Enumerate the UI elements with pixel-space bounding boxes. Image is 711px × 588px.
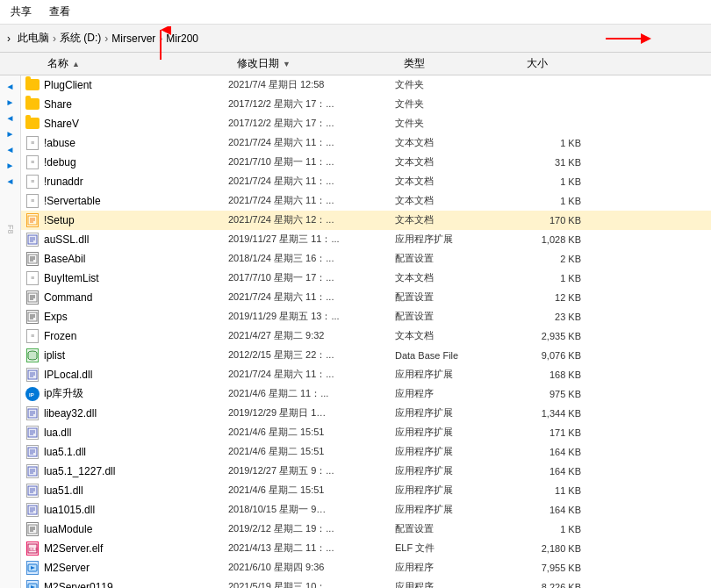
file-date: 2021/7/24 星期六 11：... [228, 368, 395, 381]
dll-icon [26, 233, 39, 247]
file-type: 文本文档 [395, 136, 518, 149]
file-row[interactable]: lua51.dll 2021/4/6 星期二 15:51 应用程序扩展 11 K… [21, 481, 711, 500]
sidebar-arrow-2[interactable]: ► [4, 95, 18, 109]
file-name: lua51.dll [44, 484, 228, 497]
file-type: 文件夹 [395, 78, 518, 91]
file-icon-exe [25, 579, 40, 589]
file-row[interactable]: Frozen 2021/4/27 星期二 9:32 文本文档 2,935 KB [21, 326, 711, 346]
text-file-icon [26, 175, 39, 189]
sidebar-arrow-1[interactable]: ◄ [4, 79, 18, 93]
file-date: 2019/11/27 星期三 11：... [228, 233, 395, 246]
dll-icon [26, 464, 39, 478]
file-row[interactable]: lua5.1_1227.dll 2019/12/27 星期五 9：... 应用程… [21, 462, 711, 481]
addr-pc[interactable]: › [7, 32, 11, 45]
svg-text:IP: IP [29, 392, 34, 398]
sort-up-icon: ▲ [72, 60, 80, 68]
file-size: 170 KB [518, 215, 588, 226]
file-size: 8,226 KB [518, 582, 588, 589]
file-row[interactable]: PlugClient 2021/7/4 星期日 12:58 文件夹 [21, 75, 711, 95]
file-row[interactable]: Exps 2019/11/29 星期五 13：... 配置设置 23 KB [21, 307, 711, 326]
col-header-type: 类型 [404, 56, 527, 71]
file-row[interactable]: !debug 2021/7/10 星期一 11：... 文本文档 31 KB [21, 153, 711, 172]
file-type: 配置设置 [395, 310, 518, 323]
file-size: 12 KB [518, 292, 588, 303]
file-row[interactable]: lua5.1.dll 2021/4/6 星期二 15:51 应用程序扩展 164… [21, 442, 711, 462]
file-name: M2Server [44, 562, 228, 574]
file-type: 应用程序扩展 [395, 503, 518, 516]
file-type: 文本文档 [395, 271, 518, 284]
file-name: !abuse [44, 137, 228, 149]
addr-drive[interactable]: 系统 (D:) [60, 31, 101, 46]
file-row[interactable]: IPLocal.dll 2021/7/24 星期六 11：... 应用程序扩展 … [21, 365, 711, 384]
file-name: IPLocal.dll [44, 369, 228, 381]
file-row[interactable]: luaModule 2019/2/12 星期二 19：... 配置设置 1 KB [21, 520, 711, 539]
file-icon-dll [25, 425, 40, 441]
file-row[interactable]: Command 2021/7/24 星期六 11：... 配置设置 12 KB [21, 288, 711, 307]
file-row[interactable]: M2Server 2021/6/10 星期四 9:36 应用程序 7,955 K… [21, 558, 711, 577]
file-row[interactable]: IP ip库升级 2021/4/6 星期二 11：... 应用程序 975 KB [21, 384, 711, 404]
file-icon-dll [25, 444, 40, 460]
sidebar-arrow-6[interactable]: ► [4, 158, 18, 172]
sidebar-arrow-4[interactable]: ► [4, 126, 18, 140]
addr-pc-label[interactable]: 此电脑 [18, 31, 49, 46]
file-row[interactable]: !Setup 2021/7/24 星期六 12：... 文本文档 170 KB [21, 211, 711, 230]
file-type: 文本文档 [395, 155, 518, 169]
file-list: ◄ ► ◄ ► ◄ ► ◄ F8 PlugClient 2021/7/4 星期日… [0, 75, 711, 588]
file-icon-db [25, 348, 40, 363]
dll-icon [26, 445, 39, 459]
file-icon-cfg [25, 251, 40, 267]
sidebar-arrow-5[interactable]: ◄ [4, 142, 18, 156]
file-row[interactable]: iplist 2012/2/15 星期三 22：... Data Base Fi… [21, 346, 711, 365]
file-row[interactable]: !Servertable 2021/7/24 星期六 11：... 文本文档 1… [21, 191, 711, 211]
file-date: 2017/12/2 星期六 17：... [228, 97, 395, 111]
file-icon-cfg [25, 290, 40, 305]
file-row[interactable]: !runaddr 2021/7/24 星期六 11：... 文本文档 1 KB [21, 172, 711, 191]
file-row[interactable]: lua.dll 2021/4/6 星期二 15:51 应用程序扩展 171 KB [21, 423, 711, 442]
file-row[interactable]: lua1015.dll 2018/10/15 星期一 9… 应用程序扩展 164… [21, 500, 711, 520]
file-name: M2Server0119 [44, 581, 228, 589]
file-row[interactable]: BuyItemList 2017/7/10 星期一 17：... 文本文档 1 … [21, 269, 711, 288]
menu-view[interactable]: 查看 [46, 3, 74, 21]
file-row[interactable]: ShareV 2017/12/2 星期六 17：... 文件夹 [21, 114, 711, 133]
file-row[interactable]: M2Server0119 2021/5/19 星期三 10：... 应用程序 8… [21, 577, 711, 588]
file-size: 168 KB [518, 369, 588, 380]
file-row[interactable]: auSSL.dll 2019/11/27 星期三 11：... 应用程序扩展 1… [21, 230, 711, 249]
file-icon-txt [25, 174, 40, 190]
file-icon-folder [25, 116, 40, 132]
folder-icon [25, 98, 40, 110]
file-date: 2021/7/4 星期日 12:58 [228, 78, 395, 91]
file-row[interactable]: ELF M2Server.elf 2021/4/13 星期二 11：... EL… [21, 539, 711, 558]
col-header-name[interactable]: 名称 ▲ [44, 56, 237, 71]
menu-share[interactable]: 共享 [7, 3, 35, 21]
file-date: 2018/1/24 星期三 16：... [228, 252, 395, 265]
file-name: BaseAbil [44, 253, 228, 265]
file-row[interactable]: Share 2017/12/2 星期六 17：... 文件夹 [21, 95, 711, 114]
file-name: Exps [44, 311, 228, 323]
file-name: BuyItemList [44, 272, 228, 284]
sidebar: ◄ ► ◄ ► ◄ ► ◄ F8 [0, 75, 21, 588]
file-type: 文件夹 [395, 97, 518, 111]
sidebar-arrow-3[interactable]: ◄ [4, 111, 18, 125]
sort-down-icon: ▼ [283, 60, 291, 68]
file-date: 2021/7/24 星期六 12：... [228, 213, 395, 226]
file-row[interactable]: BaseAbil 2018/1/24 星期三 16：... 配置设置 2 KB [21, 249, 711, 269]
col-header-date[interactable]: 修改日期 ▼ [237, 56, 404, 71]
dll-icon [26, 368, 39, 382]
config-icon [26, 522, 39, 536]
file-size: 1 KB [518, 524, 588, 534]
file-row[interactable]: !abuse 2021/7/24 星期六 11：... 文本文档 1 KB [21, 133, 711, 153]
file-date: 2021/4/6 星期二 15:51 [228, 484, 395, 497]
file-icon-cfg [25, 521, 40, 537]
file-name: !Servertable [44, 195, 228, 207]
file-type: 应用程序扩展 [395, 464, 518, 477]
file-type: 配置设置 [395, 290, 518, 304]
text-file-icon [26, 329, 39, 343]
file-type: 配置设置 [395, 252, 518, 265]
sidebar-arrow-7[interactable]: ◄ [4, 174, 18, 188]
config-icon [26, 252, 39, 266]
file-row[interactable]: libeay32.dll 2019/12/29 星期日 1… 应用程序扩展 1,… [21, 404, 711, 423]
file-size: 11 KB [518, 485, 588, 496]
file-name: lua5.1.dll [44, 446, 228, 458]
dll-icon [26, 484, 39, 498]
elf-icon: ELF [26, 541, 39, 556]
